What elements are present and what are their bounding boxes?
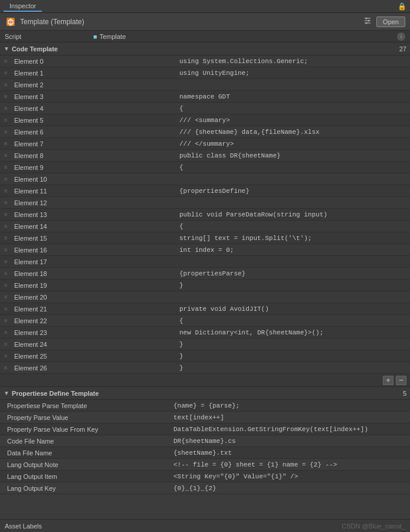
element-list: ≡ Element 0 using System.Collections.Gen… (0, 55, 410, 374)
drag-handle[interactable]: ≡ (0, 199, 12, 206)
script-label: Script (5, 33, 93, 40)
table-row: ≡ Element 8 public class DR{sheetName} (0, 150, 410, 162)
element-key: Element 18 (12, 270, 176, 277)
svg-point-10 (366, 22, 368, 24)
prop-value: {name} = {parse}; (171, 402, 410, 409)
drag-handle[interactable]: ≡ (0, 306, 12, 312)
element-key: Element 17 (12, 258, 176, 265)
script-value: ■ Template (93, 33, 126, 40)
drag-handle[interactable]: ≡ (0, 164, 12, 170)
element-key: Element 20 (12, 294, 176, 301)
element-key: Element 0 (12, 58, 176, 65)
table-row: ≡ Element 20 (0, 291, 410, 303)
drag-handle[interactable]: ≡ (0, 58, 12, 64)
element-value: { (176, 223, 410, 230)
drag-handle[interactable]: ≡ (0, 188, 12, 194)
table-row: ≡ Element 10 (0, 173, 410, 185)
drag-handle[interactable]: ≡ (0, 282, 12, 288)
list-item: Lang Output Item <String Key="{0}" Value… (0, 471, 410, 482)
element-key: Element 11 (12, 188, 176, 195)
list-item: Property Parse Value text[index++] (0, 412, 410, 423)
element-value: using UnityEngine; (176, 70, 410, 77)
list-item: Property Parse Value From Key DataTableE… (0, 423, 410, 435)
list-item: Lang Output Note <!-- file = {0} sheet =… (0, 459, 410, 471)
info-icon[interactable]: i (397, 32, 405, 41)
drag-handle[interactable]: ≡ (0, 223, 12, 229)
drag-handle[interactable]: ≡ (0, 270, 12, 277)
element-key: Element 24 (12, 341, 176, 348)
drag-handle[interactable]: ≡ (0, 105, 12, 111)
prop-key: Data File Name (0, 449, 171, 457)
properties-define-title: Propertiese Define Template (12, 390, 403, 397)
drag-handle[interactable]: ≡ (0, 70, 12, 76)
drag-handle[interactable]: ≡ (0, 152, 12, 159)
table-row: ≡ Element 19 } (0, 280, 410, 291)
element-value: {propertiesParse} (176, 270, 410, 277)
svg-point-9 (368, 20, 370, 22)
watermark-text: CSDN @Blue_carrot_ (342, 523, 405, 530)
element-key: Element 2 (12, 81, 176, 88)
lock-icon[interactable]: 🔒 (398, 2, 406, 11)
code-template-section-header[interactable]: ▼ Code Template 27 (0, 42, 410, 55)
table-row: ≡ Element 5 /// <summary> (0, 114, 410, 126)
drag-handle[interactable]: ≡ (0, 211, 12, 218)
drag-handle[interactable]: ≡ (0, 235, 12, 241)
element-key: Element 3 (12, 93, 176, 100)
template-actions: Open (361, 15, 405, 28)
drag-handle[interactable]: ≡ (0, 258, 12, 265)
table-row: ≡ Element 21 private void AvoidJIT() (0, 303, 410, 315)
drag-handle[interactable]: ≡ (0, 140, 12, 147)
element-key: Element 4 (12, 105, 176, 112)
add-remove-row: + − (0, 374, 410, 387)
unity-icon (5, 16, 17, 28)
sliders-icon (363, 17, 372, 25)
prop-key: Property Parse Value (0, 414, 171, 421)
drag-handle[interactable]: ≡ (0, 353, 12, 359)
add-element-button[interactable]: + (383, 376, 393, 385)
properties-define-header[interactable]: ▼ Propertiese Define Template 5 (0, 387, 410, 400)
table-row: ≡ Element 23 new Dictionary<int, DR{shee… (0, 327, 410, 339)
drag-handle[interactable]: ≡ (0, 364, 12, 371)
table-row: ≡ Element 4 { (0, 103, 410, 114)
element-value: /// <summary> (176, 117, 410, 124)
open-button[interactable]: Open (376, 17, 405, 27)
element-key: Element 21 (12, 306, 176, 313)
properties-define-count: 5 (403, 390, 406, 397)
inspector-tab[interactable]: Inspector (4, 1, 42, 12)
drag-handle[interactable]: ≡ (0, 129, 12, 135)
element-value: } (176, 282, 410, 289)
remove-element-button[interactable]: − (396, 376, 406, 385)
element-value: string[] text = input.Split('\t'); (176, 235, 410, 242)
prop-value: DataTableExtension.GetStringFromKey(text… (171, 426, 410, 433)
prop-key: Property Parse Value From Key (0, 426, 171, 433)
drag-handle[interactable]: ≡ (0, 117, 12, 123)
drag-handle[interactable]: ≡ (0, 247, 12, 253)
drag-handle[interactable]: ≡ (0, 294, 12, 300)
table-row: ≡ Element 0 using System.Collections.Gen… (0, 55, 410, 67)
element-key: Element 1 (12, 70, 176, 77)
element-key: Element 15 (12, 235, 176, 242)
main-content: ▼ Code Template 27 ≡ Element 0 using Sys… (0, 42, 410, 494)
element-key: Element 8 (12, 152, 176, 159)
element-key: Element 22 (12, 317, 176, 324)
drag-handle[interactable]: ≡ (0, 81, 12, 88)
property-list: Propertiese Parse Template {name} = {par… (0, 400, 410, 494)
element-key: Element 7 (12, 140, 176, 147)
prop-key: Code File Name (0, 438, 171, 445)
drag-handle[interactable]: ≡ (0, 176, 12, 182)
script-row: Script ■ Template i (0, 31, 410, 42)
asset-labels-bar: Asset Labels CSDN @Blue_carrot_ (0, 519, 410, 532)
adjust-icon-button[interactable] (361, 15, 374, 28)
drag-handle[interactable]: ≡ (0, 317, 12, 324)
element-value: new Dictionary<int, DR{sheetName}>(); (176, 329, 410, 336)
table-row: ≡ Element 18 {propertiesParse} (0, 268, 410, 280)
drag-handle[interactable]: ≡ (0, 341, 12, 347)
table-row: ≡ Element 2 (0, 79, 410, 91)
drag-handle[interactable]: ≡ (0, 93, 12, 100)
element-key: Element 19 (12, 282, 176, 289)
code-template-title: Code Template (12, 45, 399, 52)
element-value: } (176, 341, 410, 348)
list-item: Data File Name {sheetName}.txt (0, 447, 410, 459)
table-row: ≡ Element 6 /// {sheetName} data,{fileNa… (0, 126, 410, 138)
drag-handle[interactable]: ≡ (0, 329, 12, 336)
